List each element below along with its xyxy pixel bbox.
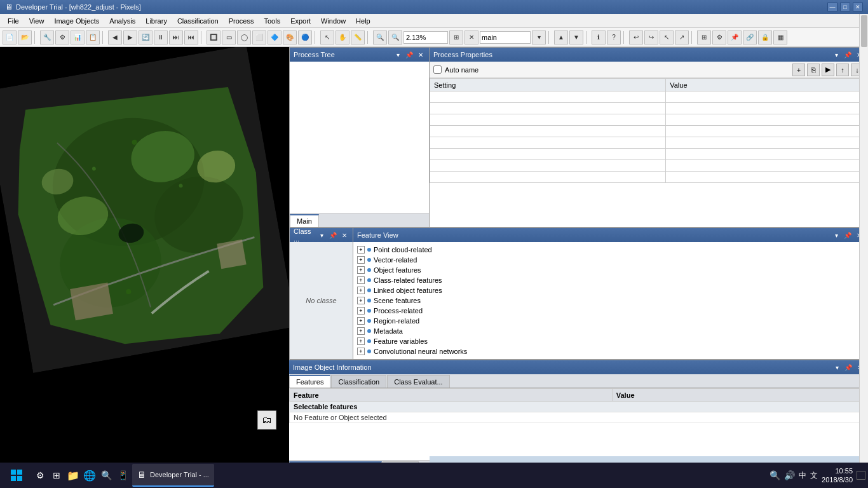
- toolbar-cursor[interactable]: ↖: [320, 30, 334, 44]
- toolbar-btn-17[interactable]: 🔷: [268, 30, 281, 44]
- feature-pin[interactable]: 📌: [843, 231, 852, 240]
- show-desktop[interactable]: [857, 471, 865, 480]
- taskbar-keyboard[interactable]: 中: [799, 470, 806, 481]
- toolbar-grid[interactable]: ⊞: [697, 30, 711, 44]
- menu-tools[interactable]: Tools: [259, 16, 285, 26]
- menu-analysis[interactable]: Analysis: [104, 16, 140, 26]
- menu-classification[interactable]: Classification: [172, 16, 224, 26]
- toolbar-misc-3[interactable]: 🔒: [758, 30, 772, 44]
- toolbar-btn-6[interactable]: 📋: [86, 30, 100, 44]
- process-tree-pin[interactable]: 📌: [405, 50, 414, 59]
- class-pin[interactable]: 📌: [329, 231, 337, 240]
- toolbar-arrows-1[interactable]: ↩: [629, 30, 643, 44]
- menu-library[interactable]: Library: [140, 16, 172, 26]
- taskbar-network[interactable]: 🔍: [770, 470, 780, 480]
- feature-item-scene[interactable]: + Scene features: [353, 295, 867, 306]
- feature-item-metadata[interactable]: + Metadata: [353, 326, 867, 336]
- menu-process[interactable]: Process: [224, 16, 259, 26]
- feature-scrollbar[interactable]: [859, 14, 868, 488]
- feature-item-object[interactable]: + Object features: [353, 265, 867, 275]
- toolbar-btn-15[interactable]: ◯: [237, 30, 251, 44]
- tab-classification[interactable]: Classification: [331, 375, 386, 388]
- toolbar-btn-5[interactable]: 📊: [71, 30, 85, 44]
- toolbar-info[interactable]: ℹ: [592, 30, 606, 44]
- toolbar-hand[interactable]: ✋: [336, 30, 349, 44]
- props-copy[interactable]: ⎘: [807, 64, 820, 76]
- auto-name-checkbox[interactable]: [433, 65, 442, 74]
- taskbar-chrome[interactable]: 🌐: [83, 468, 97, 482]
- props-add[interactable]: +: [792, 64, 805, 76]
- feature-item-vector[interactable]: + Vector-related: [353, 255, 867, 265]
- image-panel[interactable]: 🗂 main: [0, 47, 289, 474]
- toolbar-zoom-out[interactable]: 🔍: [373, 30, 387, 44]
- feature-item-point-cloud[interactable]: + Point cloud-related: [353, 245, 867, 255]
- toolbar-arrows-2[interactable]: ↪: [644, 30, 658, 44]
- expand-icon-10[interactable]: +: [357, 348, 365, 355]
- toolbar-down[interactable]: ▼: [569, 30, 583, 44]
- start-button[interactable]: [3, 464, 31, 487]
- feature-item-linked[interactable]: + Linked object features: [353, 285, 867, 295]
- zoom-input[interactable]: [403, 31, 448, 44]
- menu-view[interactable]: View: [24, 16, 50, 26]
- toolbar-btn-18[interactable]: 🎨: [283, 30, 297, 44]
- feature-scroll-thumb[interactable]: [861, 15, 867, 47]
- toolbar-btn-13[interactable]: 🔲: [207, 30, 220, 44]
- taskbar-lang[interactable]: 文: [810, 470, 818, 481]
- toolbar-up[interactable]: ▲: [554, 30, 568, 44]
- toolbar-btn-9[interactable]: 🔄: [139, 30, 153, 44]
- toolbar-btn-7[interactable]: ◀: [108, 30, 122, 44]
- taskbar-explorer[interactable]: 📁: [66, 468, 80, 482]
- class-close[interactable]: ✕: [340, 231, 349, 240]
- toolbar-zoom-in[interactable]: 🔍: [388, 30, 402, 44]
- feature-item-class-related[interactable]: + Class-related features: [353, 275, 867, 285]
- menu-help[interactable]: Help: [351, 16, 376, 26]
- toolbar-fit[interactable]: ⊞: [449, 30, 463, 44]
- img-obj-dropdown[interactable]: ▾: [832, 363, 841, 372]
- feature-item-variables[interactable]: + Feature variables: [353, 336, 867, 346]
- toolbar-settings[interactable]: ⚙: [712, 30, 726, 44]
- expand-icon-6[interactable]: +: [357, 307, 365, 315]
- process-tree-dropdown[interactable]: ▾: [393, 50, 402, 59]
- toolbar-misc-2[interactable]: 🔗: [743, 30, 757, 44]
- taskbar-volume[interactable]: 🔊: [784, 470, 795, 480]
- taskbar-clock[interactable]: 10:55 2018/8/30: [822, 466, 853, 485]
- toolbar-new[interactable]: 📄: [3, 30, 17, 44]
- toolbar-btn-3[interactable]: 🔧: [40, 30, 54, 44]
- expand-icon-0[interactable]: +: [357, 246, 365, 254]
- process-tree-close[interactable]: ✕: [416, 50, 425, 59]
- toolbar-arrows-4[interactable]: ↗: [675, 30, 689, 44]
- maximize-button[interactable]: □: [840, 3, 850, 11]
- expand-icon-5[interactable]: +: [357, 297, 365, 304]
- expand-icon-7[interactable]: +: [357, 317, 365, 325]
- toolbar-btn-14[interactable]: ▭: [222, 30, 236, 44]
- expand-icon-4[interactable]: +: [357, 287, 365, 294]
- toolbar-btn-11[interactable]: ⏭: [169, 30, 183, 44]
- minimize-button[interactable]: —: [827, 3, 837, 11]
- expand-icon-1[interactable]: +: [357, 256, 365, 264]
- toolbar-arrows-3[interactable]: ↖: [660, 30, 674, 44]
- expand-icon-2[interactable]: +: [357, 266, 365, 274]
- toolbar-btn-19[interactable]: 🔵: [298, 30, 312, 44]
- taskbar-device-manager[interactable]: 📱: [116, 468, 130, 482]
- expand-icon-9[interactable]: +: [357, 337, 365, 345]
- toolbar-btn-12[interactable]: ⏮: [184, 30, 198, 44]
- menu-window[interactable]: Window: [316, 16, 351, 26]
- menu-image-objects[interactable]: Image Objects: [49, 16, 104, 26]
- menu-export[interactable]: Export: [285, 16, 316, 26]
- toolbar-misc-4[interactable]: ▦: [773, 30, 787, 44]
- window-controls[interactable]: — □ ✕: [827, 3, 863, 11]
- menu-file[interactable]: File: [3, 16, 24, 26]
- taskbar-search-icon[interactable]: ⚙: [33, 468, 47, 482]
- toolbar-btn-16[interactable]: ⬜: [252, 30, 266, 44]
- toolbar-open[interactable]: 📂: [18, 30, 32, 44]
- props-nav-up[interactable]: ↑: [836, 64, 849, 76]
- process-props-pin[interactable]: 📌: [843, 50, 852, 59]
- expand-icon-8[interactable]: +: [357, 327, 365, 335]
- process-props-dropdown[interactable]: ▾: [832, 50, 841, 59]
- feature-item-process[interactable]: + Process-related: [353, 306, 867, 316]
- toolbar-measure[interactable]: 📏: [351, 30, 365, 44]
- toolbar-close-view[interactable]: ✕: [465, 30, 478, 44]
- toolbar-btn-10[interactable]: ⏸: [154, 30, 168, 44]
- props-play[interactable]: ▶: [822, 64, 834, 76]
- tab-features[interactable]: Features: [289, 375, 330, 388]
